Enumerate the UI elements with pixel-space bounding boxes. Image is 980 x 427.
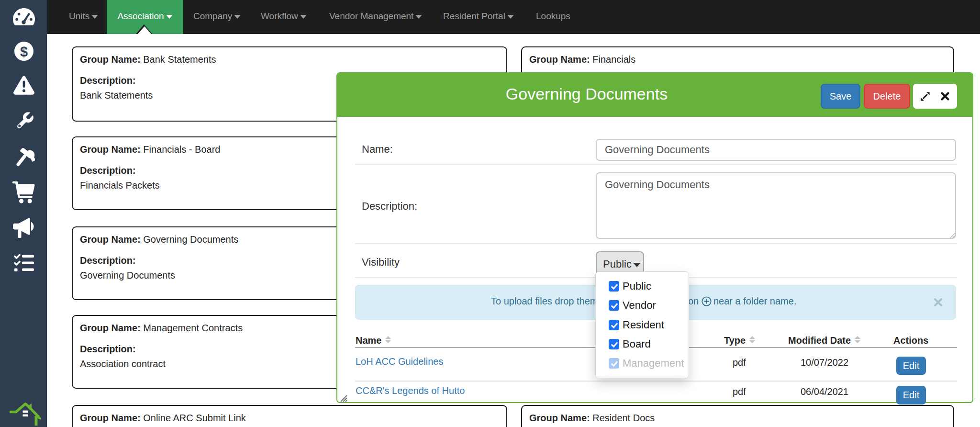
- svg-text:$: $: [20, 44, 28, 59]
